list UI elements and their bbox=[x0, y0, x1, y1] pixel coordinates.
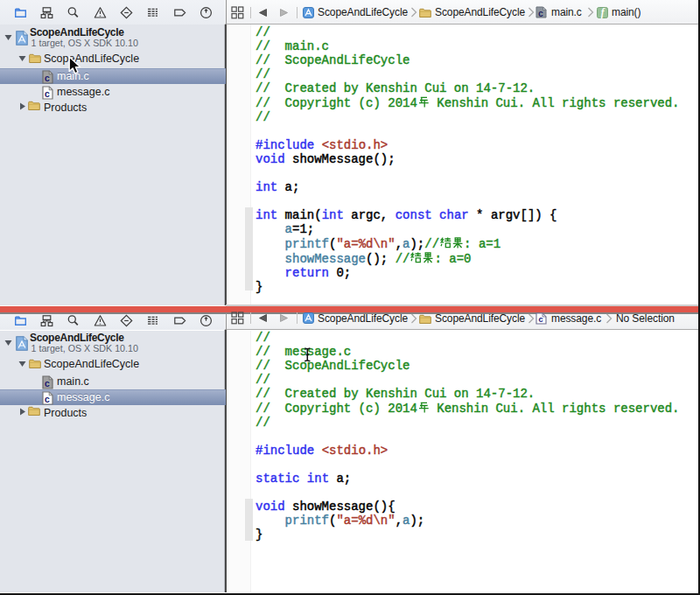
svg-text:c: c bbox=[45, 74, 50, 84]
svg-text:c: c bbox=[538, 315, 543, 325]
svg-text:c: c bbox=[538, 10, 543, 19]
svg-text:c: c bbox=[45, 379, 50, 389]
svg-text:c: c bbox=[45, 395, 50, 405]
svg-text:c: c bbox=[45, 89, 50, 100]
